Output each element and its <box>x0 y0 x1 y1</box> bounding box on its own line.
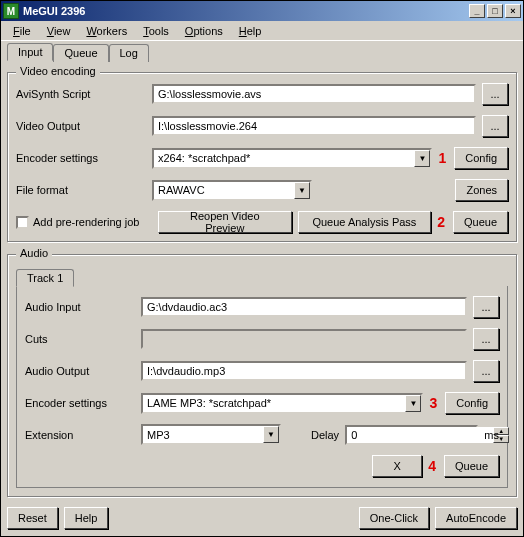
app-window: M MeGUI 2396 _ □ × File View Workers Too… <box>0 0 524 537</box>
tab-input[interactable]: Input <box>7 43 53 61</box>
main-tabs: Input Queue Log <box>7 43 517 61</box>
audio-config-button[interactable]: Config <box>445 392 499 414</box>
delay-unit: ms <box>484 429 499 441</box>
menu-file[interactable]: File <box>5 23 39 39</box>
audio-input-browse-button[interactable]: ... <box>473 296 499 318</box>
dropdown-icon[interactable]: ▼ <box>263 426 279 443</box>
tab-track-1[interactable]: Track 1 <box>16 269 74 287</box>
audio-group: Audio Track 1 Audio Input ... Cuts ... A… <box>7 254 517 497</box>
auto-encode-button[interactable]: AutoEncode <box>435 507 517 529</box>
menu-help[interactable]: Help <box>231 23 270 39</box>
avisynth-label: AviSynth Script <box>16 88 146 100</box>
help-button[interactable]: Help <box>64 507 109 529</box>
video-queue-button[interactable]: Queue <box>453 211 508 233</box>
reset-button[interactable]: Reset <box>7 507 58 529</box>
video-output-input[interactable] <box>152 116 476 136</box>
menu-workers[interactable]: Workers <box>78 23 135 39</box>
video-output-label: Video Output <box>16 120 146 132</box>
dropdown-icon[interactable]: ▼ <box>414 150 430 167</box>
minimize-button[interactable]: _ <box>469 4 485 18</box>
audio-track-tabs: Track 1 <box>16 269 508 287</box>
cuts-label: Cuts <box>25 333 135 345</box>
delay-label: Delay <box>311 429 339 441</box>
maximize-button[interactable]: □ <box>487 4 503 18</box>
file-format-combo[interactable]: RAWAVC ▼ <box>152 180 312 201</box>
video-encoder-label: Encoder settings <box>16 152 146 164</box>
delay-input[interactable] <box>347 427 493 443</box>
video-encoder-value: x264: *scratchpad* <box>158 152 414 164</box>
audio-encoder-value: LAME MP3: *scratchpad* <box>147 397 405 409</box>
file-format-value: RAWAVC <box>158 184 294 196</box>
cuts-field[interactable] <box>141 329 467 349</box>
mark-2: 2 <box>437 214 445 230</box>
menubar: File View Workers Tools Options Help <box>1 21 523 41</box>
audio-input-label: Audio Input <box>25 301 135 313</box>
video-encoding-group: Video encoding AviSynth Script ... Video… <box>7 72 517 242</box>
client-area: Input Queue Log Video encoding AviSynth … <box>1 41 523 536</box>
video-encoding-legend: Video encoding <box>16 65 100 77</box>
mark-4: 4 <box>428 458 436 474</box>
menu-options[interactable]: Options <box>177 23 231 39</box>
file-format-label: File format <box>16 184 146 196</box>
zones-button[interactable]: Zones <box>455 179 508 201</box>
avisynth-input[interactable] <box>152 84 476 104</box>
video-output-browse-button[interactable]: ... <box>482 115 508 137</box>
mark-3: 3 <box>429 395 437 411</box>
audio-queue-button[interactable]: Queue <box>444 455 499 477</box>
audio-legend: Audio <box>16 247 52 259</box>
extension-combo[interactable]: MP3 ▼ <box>141 424 281 445</box>
audio-x-button[interactable]: X <box>372 455 422 477</box>
reopen-video-preview-button[interactable]: Reopen Video Preview <box>158 211 292 233</box>
bottom-bar: Reset Help One-Click AutoEncode <box>7 501 517 529</box>
queue-analysis-pass-button[interactable]: Queue Analysis Pass <box>298 211 432 233</box>
titlebar: M MeGUI 2396 _ □ × <box>1 1 523 21</box>
app-icon: M <box>3 3 19 19</box>
delay-spinner[interactable]: ▲ ▼ <box>345 425 478 445</box>
tab-log[interactable]: Log <box>109 44 149 62</box>
menu-view[interactable]: View <box>39 23 79 39</box>
audio-encoder-combo[interactable]: LAME MP3: *scratchpad* ▼ <box>141 393 423 414</box>
tab-queue[interactable]: Queue <box>53 44 108 62</box>
audio-encoder-label: Encoder settings <box>25 397 135 409</box>
cuts-browse-button[interactable]: ... <box>473 328 499 350</box>
audio-output-browse-button[interactable]: ... <box>473 360 499 382</box>
video-config-button[interactable]: Config <box>454 147 508 169</box>
extension-value: MP3 <box>147 429 263 441</box>
add-prerender-checkbox[interactable] <box>16 216 29 229</box>
extension-label: Extension <box>25 429 135 441</box>
avisynth-browse-button[interactable]: ... <box>482 83 508 105</box>
one-click-button[interactable]: One-Click <box>359 507 429 529</box>
close-button[interactable]: × <box>505 4 521 18</box>
window-title: MeGUI 2396 <box>23 5 469 17</box>
dropdown-icon[interactable]: ▼ <box>405 395 421 412</box>
mark-1: 1 <box>438 150 446 166</box>
add-prerender-label: Add pre-rendering job <box>33 216 139 228</box>
audio-input-field[interactable] <box>141 297 467 317</box>
menu-tools[interactable]: Tools <box>135 23 177 39</box>
audio-output-field[interactable] <box>141 361 467 381</box>
dropdown-icon[interactable]: ▼ <box>294 182 310 199</box>
audio-output-label: Audio Output <box>25 365 135 377</box>
video-encoder-combo[interactable]: x264: *scratchpad* ▼ <box>152 148 432 169</box>
